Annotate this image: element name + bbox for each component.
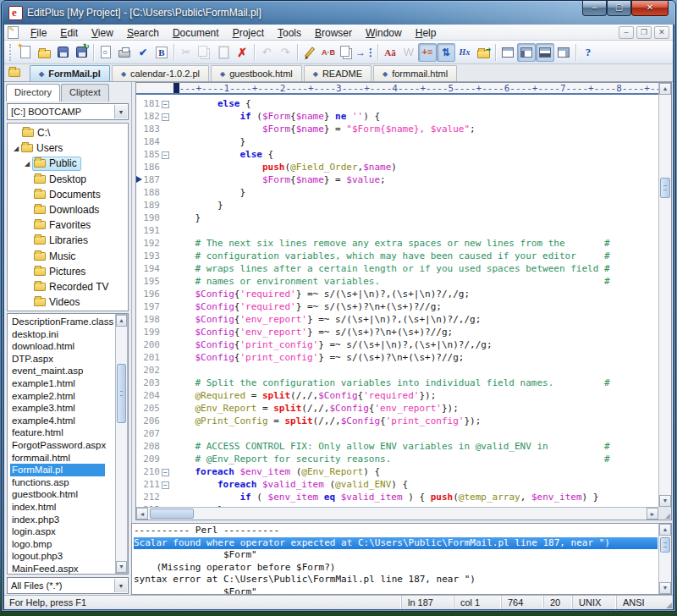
file-list-scrollbar[interactable]: ▲ ▼: [115, 314, 128, 574]
chevron-down-icon[interactable]: ▼: [114, 105, 127, 118]
file-tab-readme[interactable]: ◆README: [304, 65, 372, 81]
toolbar-grip[interactable]: [9, 44, 13, 61]
word-wrap-button[interactable]: W: [399, 43, 418, 62]
file-item-example3.html[interactable]: example3.html: [10, 402, 128, 415]
code-area[interactable]: 181− else {182− if ($Form{$name} ne '') …: [136, 96, 658, 507]
file-item-index.html[interactable]: index.html: [10, 501, 128, 514]
tree-item-c-[interactable]: C:\: [8, 125, 128, 140]
menu-document[interactable]: Document: [166, 25, 226, 41]
save-button[interactable]: [53, 43, 72, 62]
code-editor[interactable]: ----+----1----+----2----+----3----+----4…: [135, 82, 672, 520]
editor-vertical-scrollbar[interactable]: ▲ ▼: [658, 83, 671, 507]
menu-edit[interactable]: Edit: [53, 25, 85, 41]
menu-view[interactable]: View: [85, 25, 120, 41]
save-all-button[interactable]: [72, 43, 91, 62]
tree-item-users[interactable]: ◢Users: [8, 140, 128, 156]
file-item-login.aspx[interactable]: login.aspx: [10, 525, 128, 538]
preferences-button[interactable]: [474, 43, 493, 62]
cut-button[interactable]: ✂: [177, 43, 195, 62]
tree-item-downloads[interactable]: Downloads: [8, 202, 128, 217]
fullscreen-button[interactable]: [498, 43, 517, 62]
project-folder-button[interactable]: [6, 64, 26, 81]
output-line-3[interactable]: (Missing operator before $Form?): [134, 562, 658, 575]
file-item-logo.bmp[interactable]: logo.bmp: [10, 538, 128, 551]
replace-button[interactable]: A·B: [319, 43, 338, 62]
file-item-forgotpassword.aspx[interactable]: ForgotPassword.aspx: [10, 439, 128, 452]
file-item-descriptionframe.class[interactable]: DescriptionFrame.class: [10, 316, 128, 328]
file-filter-select[interactable]: All Files (*.*) ▼: [7, 577, 129, 594]
output-line-1[interactable]: Scalar found where operator expected at …: [134, 537, 658, 550]
titlebar[interactable]: EditPlus [My Project] - [C:\Users\Public…: [2, 1, 675, 25]
tree-item-favorites[interactable]: Favorites: [8, 217, 128, 233]
file-item-functions.asp[interactable]: functions.asp: [10, 476, 128, 489]
output-window-button[interactable]: [536, 43, 554, 62]
tree-item-videos[interactable]: Videos: [8, 294, 128, 310]
copy-button[interactable]: [195, 43, 214, 62]
browser-view-button[interactable]: B: [152, 43, 171, 62]
output-line-2[interactable]: $Form": [134, 549, 658, 562]
scroll-down-icon[interactable]: ▼: [659, 495, 671, 507]
scroll-left-icon[interactable]: ◄: [136, 508, 148, 520]
tree-item-recorded-tv[interactable]: Recorded TV: [8, 279, 128, 294]
paste-button[interactable]: [214, 43, 233, 62]
fold-toggle-icon[interactable]: −: [162, 469, 169, 476]
maximize-button[interactable]: ▢: [607, 1, 631, 16]
drive-select[interactable]: [C:] BOOTCAMP ▼: [7, 103, 129, 120]
new-file-button[interactable]: [16, 43, 35, 62]
tree-item-desktop[interactable]: Desktop: [8, 172, 128, 187]
scroll-down-icon[interactable]: ▼: [659, 582, 671, 594]
file-item-logout.php3[interactable]: logout.php3: [10, 550, 128, 563]
file-item-mainfeed.aspx[interactable]: MainFeed.aspx: [10, 563, 128, 575]
fold-toggle-icon[interactable]: −: [162, 101, 169, 108]
delete-button[interactable]: ✗: [233, 43, 251, 62]
line-numbers-button[interactable]: +≡: [418, 43, 437, 62]
scroll-up-icon[interactable]: ▲: [116, 315, 127, 327]
file-item-formmail.html[interactable]: formmail.html: [10, 452, 128, 465]
tree-item-documents[interactable]: Documents: [8, 187, 128, 202]
cliptext-window-button[interactable]: [554, 43, 573, 62]
file-item-formmail.pl[interactable]: FormMail.pl: [10, 464, 105, 476]
mdi-restore-button[interactable]: ❐: [636, 26, 652, 39]
output-line-4[interactable]: syntax error at C:\Users\Public\FormMail…: [134, 574, 658, 586]
chevron-down-icon[interactable]: ▼: [114, 579, 127, 592]
file-item-event_maint.asp[interactable]: event_maint.asp: [10, 365, 128, 377]
output-scrollbar[interactable]: ▲ ▼: [658, 524, 671, 594]
find-button[interactable]: [300, 43, 319, 62]
scrollbar-thumb[interactable]: [660, 178, 670, 198]
expander-icon[interactable]: ◢: [11, 145, 21, 152]
resize-grip[interactable]: [660, 596, 673, 609]
print-preview-button[interactable]: [96, 43, 115, 62]
menu-search[interactable]: Search: [120, 25, 166, 41]
tab-directory[interactable]: Directory: [6, 84, 60, 102]
file-item-example1.html[interactable]: example1.html: [10, 377, 128, 390]
file-item-feature.html[interactable]: feature.html: [10, 426, 128, 439]
document-icon[interactable]: [8, 26, 19, 39]
sort-button[interactable]: ⇅: [437, 43, 455, 62]
file-item-index.php3[interactable]: index.php3: [10, 514, 128, 526]
menu-window[interactable]: Window: [359, 25, 409, 41]
tab-cliptext[interactable]: Cliptext: [61, 84, 109, 102]
mdi-minimize-button[interactable]: –: [619, 26, 634, 39]
open-file-button[interactable]: [35, 43, 53, 62]
directory-window-button[interactable]: [517, 43, 536, 62]
file-item-download.html[interactable]: download.html: [10, 340, 128, 353]
menu-project[interactable]: Project: [226, 25, 271, 41]
resize-grip[interactable]: [658, 507, 671, 520]
tree-item-music[interactable]: Music: [8, 249, 128, 264]
set-font-button[interactable]: Aā: [381, 43, 399, 62]
close-button[interactable]: ✕: [631, 1, 669, 16]
tree-item-libraries[interactable]: Libraries: [8, 233, 128, 248]
output-line-5[interactable]: $Form": [134, 586, 658, 595]
menu-help[interactable]: Help: [409, 25, 443, 41]
undo-button[interactable]: ↶: [257, 43, 276, 62]
goto-line-button[interactable]: →⋮: [356, 43, 375, 62]
scrollbar-thumb[interactable]: [117, 364, 126, 423]
file-item-desktop.ini[interactable]: desktop.ini: [10, 328, 128, 341]
spell-check-button[interactable]: ✔: [134, 43, 152, 62]
mdi-close-button[interactable]: ✕: [654, 26, 669, 39]
file-item-guestbook.html[interactable]: guestbook.html: [10, 488, 128, 501]
scroll-right-icon[interactable]: ►: [647, 508, 658, 520]
scroll-up-icon[interactable]: ▲: [659, 524, 671, 536]
print-button[interactable]: [115, 43, 134, 62]
output-line-0[interactable]: ---------- Perl ----------: [134, 525, 658, 537]
